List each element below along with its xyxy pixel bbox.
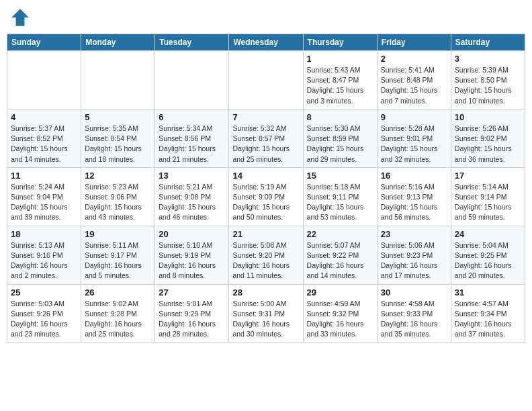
day-detail: Sunrise: 5:43 AMSunset: 8:47 PMDaylight:…	[307, 65, 373, 106]
calendar-cell	[81, 51, 155, 109]
page-header	[7, 7, 525, 28]
day-detail: Sunrise: 5:32 AMSunset: 8:57 PMDaylight:…	[232, 124, 299, 165]
day-number: 9	[381, 112, 447, 122]
calendar-cell: 4Sunrise: 5:37 AMSunset: 8:52 PMDaylight…	[7, 109, 81, 167]
day-number: 23	[381, 229, 447, 239]
calendar-cell: 5Sunrise: 5:35 AMSunset: 8:54 PMDaylight…	[81, 109, 155, 167]
day-detail: Sunrise: 5:04 AMSunset: 9:25 PMDaylight:…	[455, 240, 521, 281]
logo	[9, 7, 34, 28]
calendar-cell: 3Sunrise: 5:39 AMSunset: 8:50 PMDaylight…	[451, 51, 525, 109]
day-detail: Sunrise: 5:35 AMSunset: 8:54 PMDaylight:…	[85, 124, 151, 165]
week-row-2: 4Sunrise: 5:37 AMSunset: 8:52 PMDaylight…	[7, 109, 525, 167]
day-detail: Sunrise: 5:28 AMSunset: 9:01 PMDaylight:…	[381, 124, 447, 165]
day-number: 10	[455, 112, 521, 122]
calendar-cell	[7, 51, 81, 109]
day-number: 13	[159, 171, 225, 181]
day-number: 20	[159, 229, 225, 239]
day-detail: Sunrise: 5:24 AMSunset: 9:04 PMDaylight:…	[11, 182, 77, 223]
calendar-cell: 18Sunrise: 5:13 AMSunset: 9:16 PMDayligh…	[7, 226, 81, 284]
day-number: 29	[307, 287, 373, 298]
day-number: 30	[381, 287, 447, 298]
calendar-cell: 26Sunrise: 5:02 AMSunset: 9:28 PMDayligh…	[81, 284, 155, 342]
day-detail: Sunrise: 4:57 AMSunset: 9:34 PMDaylight:…	[455, 299, 521, 340]
calendar-cell: 29Sunrise: 4:59 AMSunset: 9:32 PMDayligh…	[303, 284, 377, 342]
weekday-header-wednesday: Wednesday	[229, 34, 303, 51]
calendar-cell: 16Sunrise: 5:16 AMSunset: 9:13 PMDayligh…	[377, 167, 451, 226]
day-detail: Sunrise: 5:06 AMSunset: 9:23 PMDaylight:…	[381, 240, 447, 281]
day-number: 26	[85, 287, 151, 298]
weekday-header-thursday: Thursday	[303, 34, 377, 51]
day-detail: Sunrise: 5:18 AMSunset: 9:11 PMDaylight:…	[307, 182, 373, 223]
day-number: 8	[307, 112, 373, 122]
calendar-cell: 23Sunrise: 5:06 AMSunset: 9:23 PMDayligh…	[377, 226, 451, 284]
day-detail: Sunrise: 5:11 AMSunset: 9:17 PMDaylight:…	[85, 240, 151, 281]
weekday-header-saturday: Saturday	[451, 34, 525, 51]
day-detail: Sunrise: 5:26 AMSunset: 9:02 PMDaylight:…	[455, 124, 521, 165]
day-number: 2	[381, 54, 447, 64]
calendar-cell: 11Sunrise: 5:24 AMSunset: 9:04 PMDayligh…	[7, 167, 81, 226]
week-row-5: 25Sunrise: 5:03 AMSunset: 9:26 PMDayligh…	[7, 284, 525, 342]
day-number: 11	[11, 171, 77, 181]
calendar-table: SundayMondayTuesdayWednesdayThursdayFrid…	[7, 34, 525, 342]
day-detail: Sunrise: 5:10 AMSunset: 9:19 PMDaylight:…	[159, 240, 225, 281]
day-number: 19	[85, 229, 151, 239]
weekday-header-monday: Monday	[81, 34, 155, 51]
day-detail: Sunrise: 5:02 AMSunset: 9:28 PMDaylight:…	[85, 299, 151, 340]
week-row-1: 1Sunrise: 5:43 AMSunset: 8:47 PMDaylight…	[7, 51, 525, 109]
day-number: 17	[455, 171, 521, 181]
calendar-cell: 21Sunrise: 5:08 AMSunset: 9:20 PMDayligh…	[229, 226, 303, 284]
day-number: 14	[232, 171, 299, 181]
calendar-cell: 25Sunrise: 5:03 AMSunset: 9:26 PMDayligh…	[7, 284, 81, 342]
day-detail: Sunrise: 4:58 AMSunset: 9:33 PMDaylight:…	[381, 299, 447, 340]
day-detail: Sunrise: 5:13 AMSunset: 9:16 PMDaylight:…	[11, 240, 77, 281]
calendar-cell: 19Sunrise: 5:11 AMSunset: 9:17 PMDayligh…	[81, 226, 155, 284]
day-number: 15	[307, 171, 373, 181]
calendar-cell: 10Sunrise: 5:26 AMSunset: 9:02 PMDayligh…	[451, 109, 525, 167]
day-detail: Sunrise: 5:07 AMSunset: 9:22 PMDaylight:…	[307, 240, 373, 281]
calendar-cell: 24Sunrise: 5:04 AMSunset: 9:25 PMDayligh…	[451, 226, 525, 284]
weekday-header-tuesday: Tuesday	[155, 34, 229, 51]
day-detail: Sunrise: 5:21 AMSunset: 9:08 PMDaylight:…	[159, 182, 225, 223]
day-detail: Sunrise: 5:30 AMSunset: 8:59 PMDaylight:…	[307, 124, 373, 165]
day-number: 18	[11, 229, 77, 239]
calendar-cell: 12Sunrise: 5:23 AMSunset: 9:06 PMDayligh…	[81, 167, 155, 226]
day-number: 27	[159, 287, 225, 298]
weekday-header-sunday: Sunday	[7, 34, 81, 51]
weekday-header-friday: Friday	[377, 34, 451, 51]
calendar-cell: 20Sunrise: 5:10 AMSunset: 9:19 PMDayligh…	[155, 226, 229, 284]
day-detail: Sunrise: 4:59 AMSunset: 9:32 PMDaylight:…	[307, 299, 373, 340]
day-detail: Sunrise: 5:19 AMSunset: 9:09 PMDaylight:…	[232, 182, 299, 223]
calendar-cell: 14Sunrise: 5:19 AMSunset: 9:09 PMDayligh…	[229, 167, 303, 226]
day-number: 5	[85, 112, 151, 122]
calendar-cell: 27Sunrise: 5:01 AMSunset: 9:29 PMDayligh…	[155, 284, 229, 342]
calendar-cell: 28Sunrise: 5:00 AMSunset: 9:31 PMDayligh…	[229, 284, 303, 342]
day-detail: Sunrise: 5:08 AMSunset: 9:20 PMDaylight:…	[232, 240, 299, 281]
day-detail: Sunrise: 5:14 AMSunset: 9:14 PMDaylight:…	[455, 182, 521, 223]
day-number: 28	[232, 287, 299, 298]
calendar-cell: 15Sunrise: 5:18 AMSunset: 9:11 PMDayligh…	[303, 167, 377, 226]
day-number: 7	[232, 112, 299, 122]
logo-icon	[9, 7, 31, 28]
day-number: 4	[11, 112, 77, 122]
calendar-cell: 17Sunrise: 5:14 AMSunset: 9:14 PMDayligh…	[451, 167, 525, 226]
svg-marker-0	[11, 9, 29, 26]
day-number: 16	[381, 171, 447, 181]
day-detail: Sunrise: 5:41 AMSunset: 8:48 PMDaylight:…	[381, 65, 447, 106]
day-detail: Sunrise: 5:34 AMSunset: 8:56 PMDaylight:…	[159, 124, 225, 165]
day-detail: Sunrise: 5:37 AMSunset: 8:52 PMDaylight:…	[11, 124, 77, 165]
day-number: 21	[232, 229, 299, 239]
calendar-cell: 7Sunrise: 5:32 AMSunset: 8:57 PMDaylight…	[229, 109, 303, 167]
day-detail: Sunrise: 5:03 AMSunset: 9:26 PMDaylight:…	[11, 299, 77, 340]
calendar-cell: 31Sunrise: 4:57 AMSunset: 9:34 PMDayligh…	[451, 284, 525, 342]
calendar-cell: 2Sunrise: 5:41 AMSunset: 8:48 PMDaylight…	[377, 51, 451, 109]
calendar-cell: 6Sunrise: 5:34 AMSunset: 8:56 PMDaylight…	[155, 109, 229, 167]
calendar-cell: 22Sunrise: 5:07 AMSunset: 9:22 PMDayligh…	[303, 226, 377, 284]
day-detail: Sunrise: 5:01 AMSunset: 9:29 PMDaylight:…	[159, 299, 225, 340]
day-detail: Sunrise: 5:39 AMSunset: 8:50 PMDaylight:…	[455, 65, 521, 106]
day-number: 6	[159, 112, 225, 122]
day-number: 24	[455, 229, 521, 239]
calendar-cell: 8Sunrise: 5:30 AMSunset: 8:59 PMDaylight…	[303, 109, 377, 167]
day-number: 25	[11, 287, 77, 298]
day-detail: Sunrise: 5:23 AMSunset: 9:06 PMDaylight:…	[85, 182, 151, 223]
day-number: 12	[85, 171, 151, 181]
